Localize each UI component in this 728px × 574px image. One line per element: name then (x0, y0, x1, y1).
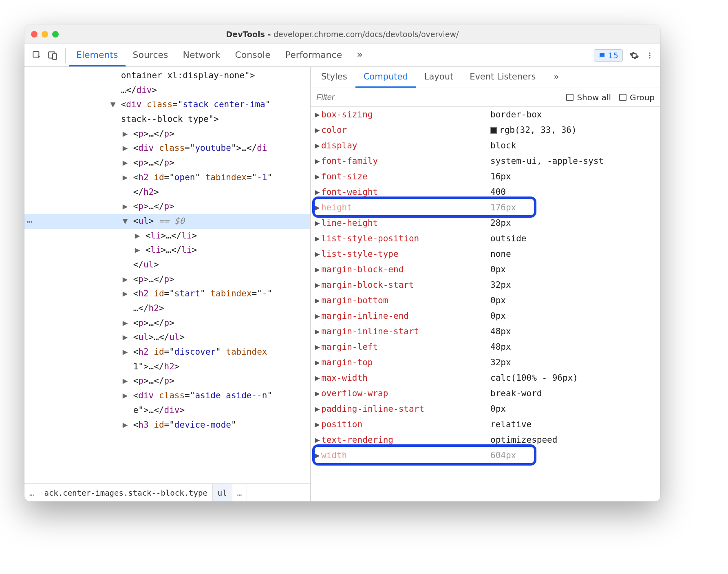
caret-icon[interactable]: ▶ (315, 389, 321, 398)
computed-row-font-size[interactable]: ▶font-size16px (311, 169, 660, 184)
caret-icon[interactable]: ▶ (122, 330, 128, 345)
computed-row-font-weight[interactable]: ▶font-weight400 (311, 184, 660, 200)
tab-console[interactable]: Console (227, 44, 278, 66)
computed-row-position[interactable]: ▶positionrelative (311, 417, 660, 432)
caret-icon[interactable]: ▶ (315, 125, 321, 135)
tab-sources[interactable]: Sources (126, 44, 176, 66)
breadcrumb-prefix[interactable]: … (24, 484, 39, 501)
computed-properties-list[interactable]: ▶box-sizingborder-box▶colorrgb(32, 33, 3… (311, 107, 660, 501)
computed-row-color[interactable]: ▶colorrgb(32, 33, 36) (311, 122, 660, 138)
more-tabs-button[interactable]: » (349, 49, 370, 62)
device-toggle-icon[interactable] (47, 50, 58, 61)
caret-icon[interactable]: ▶ (122, 272, 128, 287)
caret-icon[interactable]: ▶ (315, 234, 321, 243)
computed-row-margin-inline-start[interactable]: ▶margin-inline-start48px (311, 324, 660, 339)
computed-row-text-rendering[interactable]: ▶text-renderingoptimizespeed (311, 432, 660, 448)
computed-row-line-height[interactable]: ▶line-height28px (311, 215, 660, 231)
caret-icon[interactable]: ▶ (122, 199, 128, 214)
tab-styles[interactable]: Styles (313, 67, 355, 88)
caret-icon[interactable]: ▶ (315, 404, 321, 414)
dom-node[interactable]: ontainer xl:display-none"> (24, 68, 310, 83)
caret-icon[interactable]: ▶ (315, 450, 321, 460)
caret-icon[interactable]: ▶ (315, 203, 321, 212)
computed-row-display[interactable]: ▶displayblock (311, 138, 660, 153)
caret-icon[interactable]: ▼ (122, 214, 128, 229)
caret-icon[interactable]: ▶ (122, 287, 128, 301)
dom-node[interactable]: ▶ <li>…</li> (24, 229, 310, 243)
breadcrumb-selected[interactable]: ul (213, 484, 232, 501)
caret-icon[interactable]: ▶ (122, 345, 128, 360)
dom-node[interactable]: ▶ <p>…</p> (24, 316, 310, 331)
computed-row-box-sizing[interactable]: ▶box-sizingborder-box (311, 107, 660, 122)
caret-icon[interactable]: ▶ (122, 316, 128, 331)
more-tabs-button[interactable]: » (545, 67, 567, 88)
caret-icon[interactable]: ▶ (315, 296, 321, 305)
dom-node[interactable]: e">…</div> (24, 403, 310, 418)
dom-node[interactable]: ⋯▼ <ul> == $0 (24, 214, 310, 229)
caret-icon[interactable]: ▶ (315, 373, 321, 383)
caret-icon[interactable]: ▶ (122, 374, 128, 389)
computed-row-font-family[interactable]: ▶font-familysystem-ui, -apple-syst (311, 153, 660, 169)
dom-node[interactable]: ▶ <li>…</li> (24, 243, 310, 258)
tab-performance[interactable]: Performance (278, 44, 349, 66)
dom-node[interactable]: ▶ <p>…</p> (24, 374, 310, 389)
computed-row-margin-left[interactable]: ▶margin-left48px (311, 339, 660, 355)
dom-node[interactable]: ▶ <p>…</p> (24, 199, 310, 214)
computed-row-margin-block-end[interactable]: ▶margin-block-end0px (311, 262, 660, 277)
dom-node[interactable]: ▶ <p>…</p> (24, 156, 310, 170)
dom-tree[interactable]: ontainer xl:display-none"> …</div>▼ <div… (24, 67, 310, 483)
dom-node[interactable]: ▶ <div class="aside aside--n" (24, 389, 310, 403)
computed-row-height[interactable]: ▶height176px (311, 200, 660, 215)
inspect-icon[interactable] (32, 50, 42, 61)
caret-icon[interactable]: ▶ (315, 172, 321, 181)
computed-row-margin-bottom[interactable]: ▶margin-bottom0px (311, 293, 660, 308)
issues-badge[interactable]: 15 (594, 49, 623, 62)
computed-row-list-style-type[interactable]: ▶list-style-typenone (311, 246, 660, 262)
caret-icon[interactable]: ▶ (122, 156, 128, 170)
dom-node[interactable]: </h2> (24, 185, 310, 200)
tab-network[interactable]: Network (176, 44, 228, 66)
caret-icon[interactable]: ▶ (315, 327, 321, 336)
dom-node[interactable]: …</h2> (24, 301, 310, 316)
caret-icon[interactable]: ▶ (122, 141, 128, 156)
group-checkbox[interactable]: Group (619, 93, 655, 102)
dom-node[interactable]: …</div> (24, 83, 310, 98)
computed-row-list-style-position[interactable]: ▶list-style-positionoutside (311, 231, 660, 246)
caret-icon[interactable]: ▶ (315, 358, 321, 367)
caret-icon[interactable]: ▶ (315, 311, 321, 321)
computed-row-padding-inline-start[interactable]: ▶padding-inline-start0px (311, 401, 660, 417)
caret-icon[interactable]: ▼ (110, 97, 116, 112)
dom-node[interactable]: ▶ <div class="youtube">…</di (24, 141, 310, 156)
caret-icon[interactable]: ▶ (135, 229, 140, 243)
caret-icon[interactable]: ▶ (315, 280, 321, 290)
breadcrumb-suffix[interactable]: … (232, 484, 247, 501)
dom-node[interactable]: ▶ <p>…</p> (24, 127, 310, 141)
caret-icon[interactable]: ▶ (315, 342, 321, 352)
caret-icon[interactable]: ▶ (315, 187, 321, 197)
caret-icon[interactable]: ▶ (315, 110, 321, 119)
computed-row-width[interactable]: ▶width604px (311, 448, 660, 463)
filter-input[interactable] (316, 93, 558, 102)
computed-row-margin-inline-end[interactable]: ▶margin-inline-end0px (311, 308, 660, 324)
tab-computed[interactable]: Computed (355, 67, 416, 88)
tab-layout[interactable]: Layout (416, 67, 461, 88)
computed-row-max-width[interactable]: ▶max-widthcalc(100% - 96px) (311, 370, 660, 386)
caret-icon[interactable]: ▶ (315, 141, 321, 150)
kebab-menu-icon[interactable] (646, 51, 654, 60)
tab-elements[interactable]: Elements (69, 44, 126, 66)
caret-icon[interactable]: ▶ (315, 435, 321, 445)
dom-node[interactable]: stack--block type"> (24, 112, 310, 127)
caret-icon[interactable]: ▶ (315, 156, 321, 166)
dom-node[interactable]: ▼ <div class="stack center-ima" (24, 97, 310, 112)
caret-icon[interactable]: ▶ (122, 389, 128, 403)
dom-node[interactable]: </ul> (24, 258, 310, 272)
caret-icon[interactable]: ▶ (315, 218, 321, 228)
dom-node[interactable]: ▶ <p>…</p> (24, 272, 310, 287)
dom-node[interactable]: ▶ <h3 id="device-mode" (24, 418, 310, 433)
show-all-checkbox[interactable]: Show all (566, 93, 611, 102)
dom-node[interactable]: ▶ <h2 id="discover" tabindex (24, 345, 310, 360)
computed-row-margin-block-start[interactable]: ▶margin-block-start32px (311, 277, 660, 293)
caret-icon[interactable]: ▶ (135, 243, 140, 258)
dom-node[interactable]: ▶ <ul>…</ul> (24, 330, 310, 345)
tab-event-listeners[interactable]: Event Listeners (461, 67, 544, 88)
